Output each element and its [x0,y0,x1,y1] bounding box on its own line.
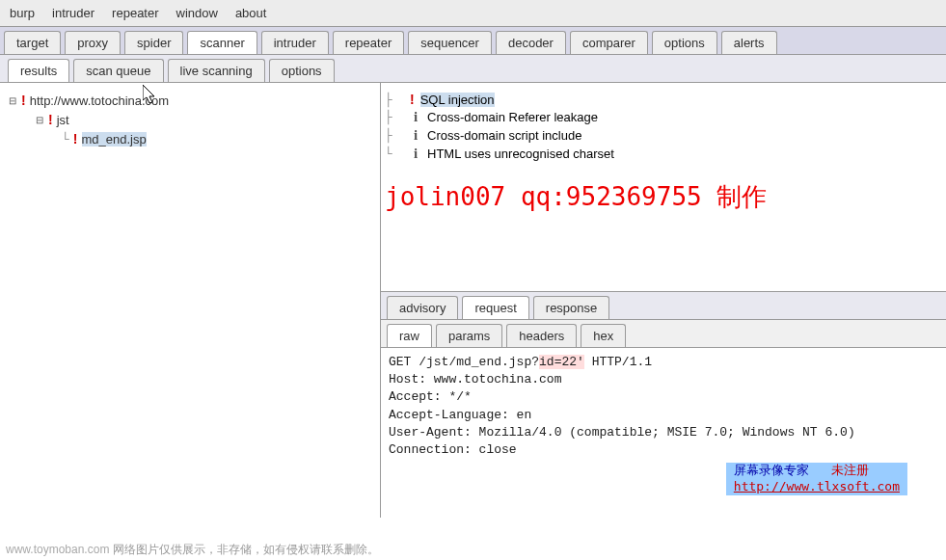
tab-decoder[interactable]: decoder [496,31,566,54]
detail-tab-response[interactable]: response [533,296,609,319]
http-request-raw[interactable]: GET /jst/md_end.jsp?id=22' HTTP/1.1 Host… [381,348,946,465]
tree-file-label: md_end.jsp [82,132,147,147]
issue-label: SQL injection [420,93,495,107]
severity-high-icon: ! [73,131,78,147]
severity-info-icon: i [410,109,421,125]
severity-info-icon: i [410,146,421,162]
issue-label: Cross-domain script include [427,128,581,143]
menu-repeater[interactable]: repeater [112,6,158,20]
menu-intruder[interactable]: intruder [52,6,95,20]
tree-folder-label: jst [57,113,69,127]
tree-root-label: http://www.totochina.com [30,93,170,108]
raw-tab-headers[interactable]: headers [506,324,577,347]
tab-target[interactable]: target [4,31,61,54]
tree-file-md-end[interactable]: └ ! md_end.jsp [62,129,372,148]
watermark-text: jolin007 qq:952369755 制作 [381,171,946,214]
severity-info-icon: i [410,127,421,144]
issue-row-charset[interactable]: └ i HTML uses unrecognised charset [385,145,938,163]
detail-tab-row: advisory request response [381,292,946,320]
tab-spider[interactable]: spider [124,31,183,54]
footer-text: 网络图片仅供展示，非存储，如有侵权请联系删除。 [109,543,378,556]
issue-row-sql-injection[interactable]: ├ ! SQL injection [385,91,938,108]
menu-burp[interactable]: burp [10,6,35,20]
tree-connector-icon: ├ [385,128,404,143]
menu-about[interactable]: about [235,6,267,20]
tree-root[interactable]: ⊟ ! http://www.totochina.com [8,91,372,110]
tree-folder-jst[interactable]: ⊟ ! jst [35,110,372,129]
severity-high-icon: ! [21,93,26,108]
tree-connector-icon: ├ [385,110,404,124]
tab-comparer[interactable]: comparer [570,31,648,54]
raw-tab-hex[interactable]: hex [581,324,626,347]
tab-options[interactable]: options [652,31,717,54]
tab-alerts[interactable]: alerts [721,31,777,54]
tree-toggle-icon[interactable]: ⊟ [35,115,44,124]
tab-proxy[interactable]: proxy [65,31,121,54]
tree-connector-icon: ├ [385,93,404,107]
app-menubar: burp intruder repeater window about [0,0,946,27]
raw-tab-params[interactable]: params [436,324,502,347]
raw-tab-raw[interactable]: raw [387,324,432,347]
severity-high-icon: ! [48,112,53,127]
tab-intruder[interactable]: intruder [261,31,329,54]
detail-tab-request[interactable]: request [462,296,528,319]
menu-window[interactable]: window [176,6,218,20]
tab-scanner[interactable]: scanner [187,31,257,54]
tab-repeater[interactable]: repeater [333,31,404,54]
subtab-live-scanning[interactable]: live scanning [168,59,265,82]
main-tab-row: target proxy spider scanner intruder rep… [0,27,946,55]
page-footer: www.toymoban.com 网络图片仅供展示，非存储，如有侵权请联系删除。 [6,542,379,558]
subtab-options[interactable]: options [269,59,335,82]
tab-sequencer[interactable]: sequencer [408,31,492,54]
footer-site: www.toymoban.com [6,543,109,556]
tree-connector-icon: └ [385,147,404,161]
issue-row-referer-leakage[interactable]: ├ i Cross-domain Referer leakage [385,108,938,126]
subtab-scan-queue[interactable]: scan queue [73,59,163,82]
scanner-subtab-row: results scan queue live scanning options [0,55,946,83]
tree-toggle-icon[interactable]: ⊟ [8,95,17,105]
raw-tab-row: raw params headers hex [381,320,946,348]
tree-connector-icon: └ [62,132,69,147]
recorder-watermark-badge: 屏幕录像专家 未注册 http://www.tlxsoft.com [726,463,907,495]
site-tree-panel: ⊟ ! http://www.totochina.com ⊟ ! jst └ !… [0,83,381,518]
issue-label: Cross-domain Referer leakage [427,110,598,124]
severity-high-icon: ! [410,92,415,107]
issue-label: HTML uses unrecognised charset [427,147,614,161]
subtab-results[interactable]: results [8,59,69,82]
injection-highlight: id=22' [539,355,584,369]
issue-list: ├ ! SQL injection ├ i Cross-domain Refer… [381,83,946,171]
issue-row-script-include[interactable]: ├ i Cross-domain script include [385,126,938,145]
detail-tab-advisory[interactable]: advisory [387,296,458,319]
